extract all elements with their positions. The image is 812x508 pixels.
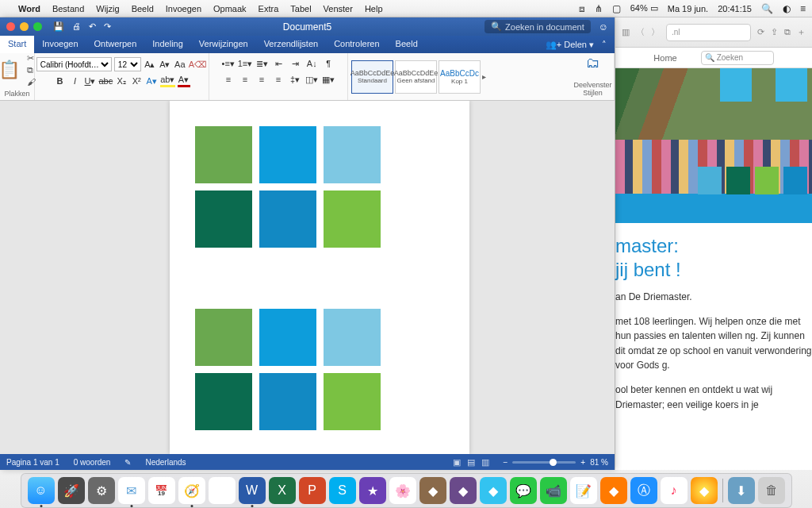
view-web-icon[interactable]: ▥ (481, 457, 489, 468)
qat-save-icon[interactable]: 💾 (53, 21, 64, 32)
align-center-button[interactable]: ≡ (238, 73, 252, 86)
menubar-time[interactable]: 20:41:15 (718, 4, 752, 13)
status-page[interactable]: Pagina 1 van 1 (6, 458, 59, 467)
align-right-button[interactable]: ≡ (255, 73, 269, 86)
styles-pane-icon[interactable]: 🗂 (586, 55, 600, 71)
zoom-out-button[interactable]: − (504, 458, 508, 467)
dock-facetime-icon[interactable]: 📹 (540, 477, 567, 504)
wifi-menu-icon[interactable]: ⋔ (595, 3, 603, 14)
swatch[interactable] (324, 126, 381, 183)
tab-ontwerpen[interactable]: Ontwerpen (86, 36, 145, 53)
dock-app-icon[interactable]: ◆ (480, 477, 507, 504)
safari-address-bar[interactable]: .nl (666, 24, 751, 41)
text-effects-button[interactable]: A▾ (145, 75, 158, 87)
dock-itunes-icon[interactable]: ♪ (661, 477, 688, 504)
decrease-indent-button[interactable]: ⇤ (271, 57, 285, 70)
safari-newtab-icon[interactable]: ＋ (797, 26, 806, 38)
tab-controleren[interactable]: Controleren (326, 36, 387, 53)
dock-app-icon[interactable]: ◆ (600, 477, 627, 504)
minimize-window-button[interactable] (20, 22, 29, 31)
swatch[interactable] (195, 373, 252, 430)
menu-beeld[interactable]: Beeld (132, 4, 154, 13)
superscript-button[interactable]: X² (130, 75, 143, 87)
site-search-field[interactable]: 🔍 Zoeken (701, 51, 774, 65)
collapse-ribbon-icon[interactable]: ˄ (602, 40, 607, 50)
dock-app-icon[interactable]: ◆ (691, 477, 718, 504)
status-word-count[interactable]: 0 woorden (74, 458, 111, 467)
view-focus-icon[interactable]: ▣ (453, 457, 461, 468)
style-kop-1[interactable]: AaBbCcDc Kop 1 (439, 60, 481, 94)
multilevel-list-button[interactable]: ≣▾ (255, 57, 269, 70)
tab-invoegen[interactable]: Invoegen (34, 36, 86, 53)
line-spacing-button[interactable]: ‡▾ (288, 73, 302, 86)
tab-verzendlijsten[interactable]: Verzendlijsten (256, 36, 327, 53)
document-search-field[interactable]: 🔍 Zoeken in document (485, 20, 591, 33)
tab-verwijzingen[interactable]: Verwijzingen (191, 36, 256, 53)
feedback-icon[interactable]: ☺ (599, 21, 608, 33)
swatch[interactable] (195, 309, 252, 366)
borders-button[interactable]: ▦▾ (321, 73, 335, 86)
increase-indent-button[interactable]: ⇥ (288, 57, 302, 70)
tab-beeld[interactable]: Beeld (388, 36, 426, 53)
font-name-select[interactable]: Calibri (Hoofdt… (36, 57, 112, 71)
strikethrough-button[interactable]: abc (99, 75, 113, 87)
airplay-menu-icon[interactable]: ▢ (612, 3, 621, 14)
grow-font-button[interactable]: A▴ (144, 58, 156, 71)
swatch[interactable] (259, 126, 316, 183)
safari-share-icon[interactable]: ⇪ (771, 27, 778, 37)
style-geen-afstand[interactable]: AaBbCcDdEe Geen afstand (395, 60, 437, 94)
spotlight-icon[interactable]: 🔍 (761, 3, 773, 14)
dock-calendar-icon[interactable]: JUN19 (148, 477, 175, 504)
dropbox-menu-icon[interactable]: ⧈ (579, 3, 585, 14)
view-print-icon[interactable]: ▤ (467, 457, 475, 468)
shrink-font-button[interactable]: A▾ (159, 58, 171, 71)
dock-app-icon[interactable]: ◆ (419, 477, 446, 504)
safari-reload-icon[interactable]: ⟳ (757, 27, 764, 37)
dock-photos-icon[interactable]: 🌸 (389, 477, 416, 504)
notification-center-icon[interactable]: ≡ (800, 3, 806, 14)
swatch[interactable] (324, 373, 381, 430)
status-language[interactable]: Nederlands (145, 458, 186, 467)
menu-wijzig[interactable]: Wijzig (96, 4, 119, 13)
menu-help[interactable]: Help (365, 4, 383, 13)
safari-forward-icon[interactable]: 〉 (651, 26, 660, 38)
dock-powerpoint-icon[interactable]: P (299, 477, 326, 504)
dock-launchpad-icon[interactable]: 🚀 (58, 477, 85, 504)
font-color-button[interactable]: A▾ (178, 75, 190, 87)
zoom-in-button[interactable]: + (580, 458, 585, 467)
battery-menu[interactable]: 64% ▭ (630, 3, 658, 13)
paste-icon[interactable]: 📋 (0, 60, 20, 80)
font-size-select[interactable]: 12 (114, 57, 141, 71)
swatch[interactable] (195, 190, 252, 248)
sort-button[interactable]: A↓ (304, 57, 319, 70)
menu-bestand[interactable]: Bestand (52, 4, 84, 13)
status-spellcheck-icon[interactable]: ✎ (124, 458, 131, 467)
style-standaard[interactable]: AaBbCcDdEe Standaard (351, 60, 393, 94)
bold-button[interactable]: B (54, 75, 67, 87)
dock-imovie-icon[interactable]: ★ (359, 477, 386, 504)
dock-excel-icon[interactable]: X (269, 477, 296, 504)
justify-button[interactable]: ≡ (271, 73, 285, 86)
dock-safari-icon[interactable]: 🧭 (178, 477, 205, 504)
dock-appstore-icon[interactable]: Ⓐ (630, 477, 657, 504)
dock-settings-icon[interactable]: ⚙ (88, 477, 115, 504)
zoom-slider[interactable] (512, 461, 576, 464)
underline-button[interactable]: U▾ (84, 75, 97, 87)
shading-button[interactable]: ◫▾ (304, 73, 319, 86)
clear-formatting-button[interactable]: A⌫ (189, 58, 207, 71)
swatch[interactable] (324, 190, 381, 248)
dock-messages-icon[interactable]: 💬 (510, 477, 537, 504)
menu-tabel[interactable]: Tabel (290, 4, 311, 13)
safari-sidebar-icon[interactable]: ▥ (622, 27, 630, 37)
menu-invoegen[interactable]: Invoegen (166, 4, 201, 13)
change-case-button[interactable]: Aa (174, 58, 186, 71)
dock-downloads-icon[interactable]: ⬇ (728, 477, 755, 504)
swatch[interactable] (324, 309, 381, 366)
document-area[interactable] (0, 101, 615, 454)
qat-undo-icon[interactable]: ↶ (89, 21, 96, 32)
dock-word-icon[interactable]: W (239, 477, 266, 504)
italic-button[interactable]: I (69, 75, 82, 87)
menu-venster[interactable]: Venster (324, 4, 353, 13)
tab-indeling[interactable]: Indeling (144, 36, 191, 53)
zoom-window-button[interactable] (33, 22, 42, 31)
